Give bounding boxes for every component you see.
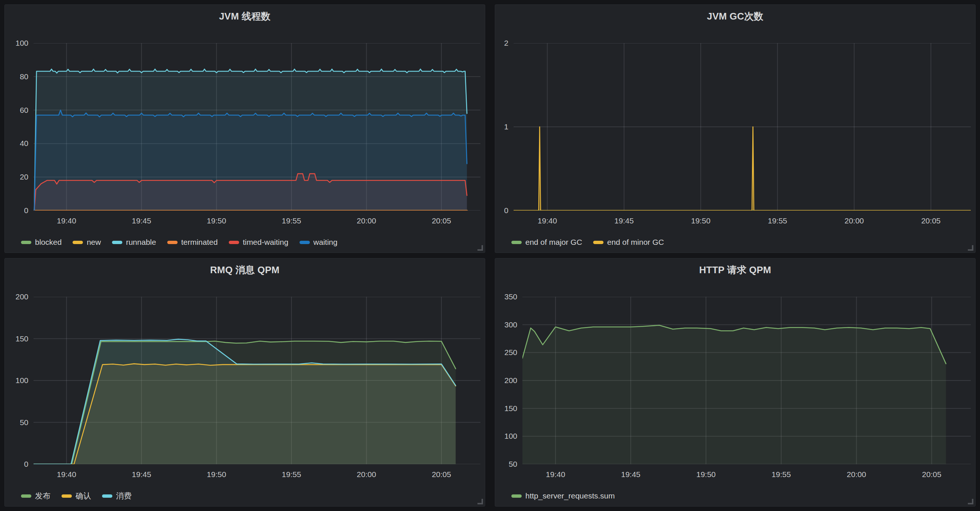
resize-handle-icon[interactable] xyxy=(968,499,974,505)
x-tick-label: 19:50 xyxy=(696,470,716,479)
y-tick-label: 1 xyxy=(495,122,508,131)
x-tick-label: 19:50 xyxy=(207,470,226,479)
y-tick-label: 50 xyxy=(5,418,29,427)
legend-label: waiting xyxy=(313,237,337,248)
panel-jvm-gc: JVM GC次数 01219:4019:4519:5019:5520:0020:… xyxy=(495,5,975,253)
legend-label: 发布 xyxy=(35,491,51,501)
x-tick-label: 20:05 xyxy=(921,216,940,225)
legend-label: terminated xyxy=(181,237,218,248)
legend-item[interactable]: waiting xyxy=(299,237,337,248)
legend-item[interactable]: http_server_requests.sum xyxy=(511,491,615,501)
legend-item[interactable]: runnable xyxy=(112,237,156,248)
x-tick-label: 20:05 xyxy=(922,470,942,479)
chart-canvas[interactable] xyxy=(522,297,971,464)
y-tick-label: 60 xyxy=(5,106,29,115)
y-tick-label: 200 xyxy=(5,292,29,301)
legend-swatch-icon xyxy=(511,241,522,244)
legend-swatch-icon xyxy=(229,241,239,244)
legend-item[interactable]: end of minor GC xyxy=(593,237,664,248)
x-tick-label: 19:40 xyxy=(538,216,557,225)
x-tick-label: 19:40 xyxy=(57,216,76,225)
x-tick-label: 19:45 xyxy=(132,216,151,225)
legend-label: blocked xyxy=(35,237,62,248)
plot-area: 05010015020019:4019:4519:5019:5520:0020:… xyxy=(5,259,485,506)
grafana-dashboard: JVM 线程数 02040608010019:4019:4519:5019:55… xyxy=(0,0,980,511)
resize-handle-icon[interactable] xyxy=(477,499,483,505)
y-tick-label: 0 xyxy=(5,206,29,215)
y-tick-label: 200 xyxy=(495,376,517,385)
y-tick-label: 100 xyxy=(5,376,29,385)
legend-item[interactable]: timed-waiting xyxy=(229,237,288,248)
legend-swatch-icon xyxy=(21,494,31,498)
x-tick-label: 19:40 xyxy=(546,470,566,479)
legend-label: timed-waiting xyxy=(243,237,288,248)
legend: http_server_requests.sum xyxy=(511,491,615,501)
x-tick-label: 20:05 xyxy=(432,470,451,479)
legend-item[interactable]: 发布 xyxy=(21,491,51,501)
y-tick-label: 20 xyxy=(5,172,29,181)
legend-swatch-icon xyxy=(299,241,310,244)
legend-swatch-icon xyxy=(593,241,603,244)
x-tick-label: 20:00 xyxy=(356,216,376,225)
x-tick-label: 19:50 xyxy=(207,216,226,225)
x-tick-label: 20:00 xyxy=(845,216,864,225)
resize-handle-icon[interactable] xyxy=(477,245,483,251)
x-tick-label: 19:55 xyxy=(282,470,301,479)
legend-label: 确认 xyxy=(76,491,91,501)
panel-http-qpm: HTTP 请求 QPM 5010015020025030035019:4019:… xyxy=(495,258,975,506)
y-tick-label: 2 xyxy=(495,39,508,48)
y-tick-label: 300 xyxy=(495,320,517,329)
x-tick-label: 19:55 xyxy=(768,216,788,225)
legend-swatch-icon xyxy=(73,241,83,244)
legend: end of major GCend of minor GC xyxy=(511,237,664,248)
legend-item[interactable]: terminated xyxy=(167,237,218,248)
legend: 发布确认消费 xyxy=(21,491,132,501)
legend-swatch-icon xyxy=(112,241,123,244)
legend-label: end of major GC xyxy=(525,237,582,248)
x-tick-label: 20:00 xyxy=(356,470,376,479)
y-tick-label: 150 xyxy=(5,334,29,343)
plot-area: 01219:4019:4519:5019:5520:0020:05 xyxy=(495,5,975,252)
chart-canvas[interactable] xyxy=(514,43,971,211)
x-tick-label: 19:55 xyxy=(282,216,301,225)
legend-label: 消费 xyxy=(116,491,132,501)
legend-item[interactable]: 确认 xyxy=(62,491,91,501)
legend-label: http_server_requests.sum xyxy=(525,491,615,501)
legend-item[interactable]: blocked xyxy=(21,237,62,248)
legend: blockednewrunnableterminatedtimed-waitin… xyxy=(21,237,337,248)
y-tick-label: 150 xyxy=(495,404,517,413)
y-tick-label: 0 xyxy=(5,460,29,469)
y-tick-label: 0 xyxy=(495,206,508,215)
legend-swatch-icon xyxy=(62,494,72,498)
x-tick-label: 19:55 xyxy=(772,470,791,479)
x-tick-label: 19:45 xyxy=(614,216,634,225)
legend-item[interactable]: new xyxy=(73,237,101,248)
x-tick-label: 20:05 xyxy=(432,216,451,225)
plot-area: 02040608010019:4019:4519:5019:5520:0020:… xyxy=(5,5,485,252)
series-fill xyxy=(34,110,467,211)
x-tick-label: 19:40 xyxy=(57,470,76,479)
legend-label: new xyxy=(87,237,101,248)
legend-label: runnable xyxy=(126,237,156,248)
chart-canvas[interactable] xyxy=(33,43,480,211)
chart-canvas[interactable] xyxy=(33,297,480,464)
y-tick-label: 40 xyxy=(5,139,29,148)
series-fill xyxy=(522,325,946,464)
legend-item[interactable]: end of major GC xyxy=(511,237,582,248)
panel-rmq-qpm: RMQ 消息 QPM 05010015020019:4019:4519:5019… xyxy=(5,258,485,506)
legend-item[interactable]: 消费 xyxy=(102,491,132,501)
y-tick-label: 350 xyxy=(495,292,517,301)
resize-handle-icon[interactable] xyxy=(968,245,974,251)
legend-swatch-icon xyxy=(21,241,31,244)
x-tick-label: 19:50 xyxy=(691,216,711,225)
x-tick-label: 19:45 xyxy=(621,470,641,479)
y-tick-label: 100 xyxy=(495,432,517,441)
plot-area: 5010015020025030035019:4019:4519:5019:55… xyxy=(495,259,975,506)
y-tick-label: 250 xyxy=(495,348,517,357)
x-tick-label: 20:00 xyxy=(846,470,866,479)
x-tick-label: 19:45 xyxy=(132,470,151,479)
legend-swatch-icon xyxy=(102,494,112,498)
legend-swatch-icon xyxy=(167,241,178,244)
y-tick-label: 100 xyxy=(5,39,29,48)
series-fill xyxy=(514,127,971,211)
